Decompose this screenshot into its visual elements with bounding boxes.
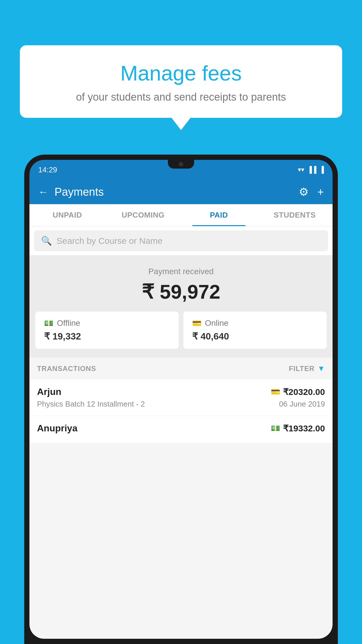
offline-card: 💵 Offline ₹ 19,332	[35, 312, 179, 349]
offline-label: Offline	[57, 318, 80, 328]
online-card: 💳 Online ₹ 40,640	[183, 312, 327, 349]
table-row[interactable]: Arjun 💳 ₹20320.00 Physics Batch 12 Insta…	[29, 379, 333, 416]
transactions-header: TRANSACTIONS FILTER ▼	[29, 358, 333, 379]
search-input[interactable]: Search by Course or Name	[57, 236, 163, 246]
offline-amount: ₹ 19,332	[44, 331, 81, 342]
online-amount: ₹ 40,640	[192, 331, 229, 342]
header-left: ← Payments	[38, 186, 104, 198]
transaction-bottom: Physics Batch 12 Installment - 2 06 June…	[37, 400, 325, 409]
transaction-top: Arjun 💳 ₹20320.00	[37, 386, 325, 397]
phone-notch	[168, 160, 194, 169]
card-payment-icon: 💳	[271, 387, 280, 396]
transaction-top: Anupriya 💵 ₹19332.00	[37, 423, 325, 434]
student-name: Arjun	[37, 386, 61, 397]
search-bar[interactable]: 🔍 Search by Course or Name	[34, 230, 328, 251]
search-container: 🔍 Search by Course or Name	[29, 226, 333, 255]
offline-icon: 💵	[44, 319, 53, 328]
online-icon: 💳	[192, 319, 201, 328]
payment-total-amount: ₹ 59,972	[35, 280, 327, 303]
filter-icon: ▼	[317, 364, 325, 373]
online-header: 💳 Online	[192, 318, 229, 328]
tabs-bar: UNPAID UPCOMING PAID STUDENTS	[29, 204, 333, 226]
phone-frame: 14:29 ▾▾ ▐▐ ▐ ← Payments ⚙ + UNPAID	[24, 155, 338, 644]
tab-unpaid[interactable]: UNPAID	[29, 204, 105, 226]
tab-paid[interactable]: PAID	[181, 204, 257, 226]
status-time: 14:29	[38, 165, 57, 174]
student-name: Anupriya	[37, 423, 78, 434]
back-button[interactable]: ←	[38, 186, 49, 198]
offline-header: 💵 Offline	[44, 318, 80, 328]
add-icon[interactable]: +	[317, 186, 324, 198]
transaction-right: 💳 ₹20320.00	[271, 387, 325, 397]
battery-icon: ▐	[319, 166, 324, 174]
payment-received-label: Payment received	[35, 267, 327, 276]
payment-summary: Payment received ₹ 59,972 💵 Offline ₹ 19…	[29, 255, 333, 358]
speech-bubble: Manage fees of your students and send re…	[20, 45, 342, 118]
bubble-subtitle: of your students and send receipts to pa…	[37, 91, 325, 103]
page-title: Payments	[55, 186, 104, 198]
app-header: ← Payments ⚙ +	[29, 180, 333, 204]
filter-area[interactable]: FILTER ▼	[289, 364, 325, 373]
offline-payment-icon: 💵	[271, 424, 280, 433]
wifi-icon: ▾▾	[298, 166, 304, 174]
bubble-title: Manage fees	[37, 61, 325, 85]
payment-cards: 💵 Offline ₹ 19,332 💳 Online ₹ 40,640	[35, 312, 327, 349]
filter-label: FILTER	[289, 365, 314, 373]
status-bar: 14:29 ▾▾ ▐▐ ▐	[29, 160, 333, 180]
online-label: Online	[205, 318, 229, 328]
transaction-amount: ₹20320.00	[283, 387, 325, 397]
settings-icon[interactable]: ⚙	[299, 186, 309, 198]
tab-students[interactable]: STUDENTS	[257, 204, 333, 226]
signal-icon: ▐▐	[307, 166, 316, 174]
tab-upcoming[interactable]: UPCOMING	[105, 204, 181, 226]
search-icon: 🔍	[41, 236, 52, 246]
table-row[interactable]: Anupriya 💵 ₹19332.00	[29, 416, 333, 443]
header-right: ⚙ +	[299, 186, 324, 198]
transactions-label: TRANSACTIONS	[37, 365, 96, 373]
app-content: ← Payments ⚙ + UNPAID UPCOMING PAID STUD…	[29, 180, 333, 639]
course-info: Physics Batch 12 Installment - 2	[37, 400, 145, 409]
transaction-amount: ₹19332.00	[283, 423, 325, 433]
transaction-right: 💵 ₹19332.00	[271, 423, 325, 433]
camera	[179, 162, 183, 167]
status-icons: ▾▾ ▐▐ ▐	[298, 166, 324, 174]
transaction-date: 06 June 2019	[279, 400, 325, 409]
